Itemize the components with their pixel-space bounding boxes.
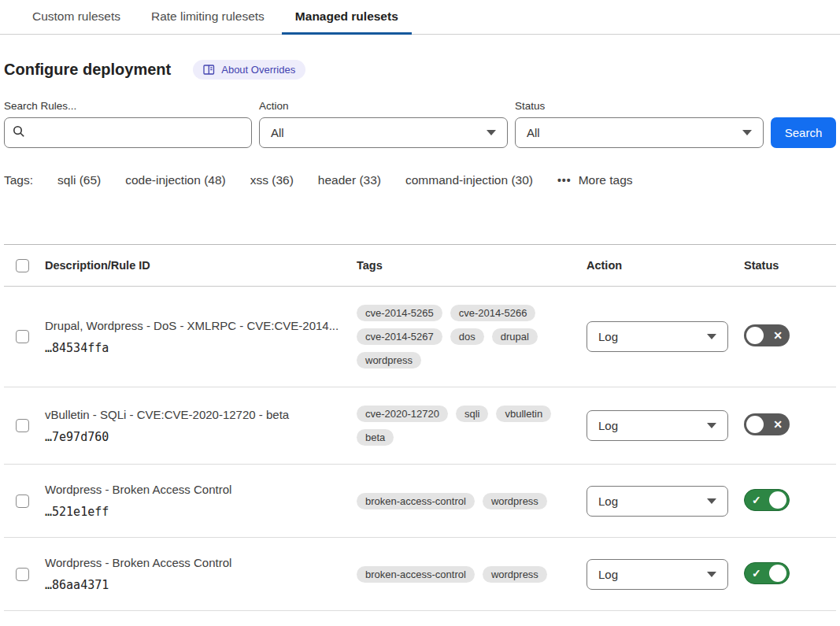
row-checkbox[interactable] <box>16 495 29 508</box>
tags-bar-label: Tags: <box>4 173 33 187</box>
action-filter-label: Action <box>259 100 508 112</box>
rule-id: …7e97d760 <box>45 430 357 444</box>
tag-filter-code-injection[interactable]: code-injection (48) <box>125 173 226 187</box>
tag-pill[interactable]: sqli <box>456 406 489 422</box>
toggle-knob <box>746 327 764 344</box>
tag-pill[interactable]: vbulletin <box>496 406 551 422</box>
page-title: Configure deployment <box>4 61 171 79</box>
row-checkbox[interactable] <box>16 568 29 581</box>
tag-pill[interactable]: cve-2014-5267 <box>357 328 442 345</box>
tag-pill[interactable]: wordpress <box>357 352 421 369</box>
about-overrides-badge[interactable]: About Overrides <box>193 60 305 80</box>
table-row: vBulletin - SQLi - CVE:CVE-2020-12720 - … <box>4 387 836 465</box>
x-icon: ✕ <box>773 329 783 342</box>
search-rules-label: Search Rules... <box>4 100 252 112</box>
caret-down-icon <box>707 423 716 428</box>
caret-down-icon <box>707 334 716 339</box>
check-icon: ✓ <box>752 494 761 506</box>
tag-pill[interactable]: broken-access-control <box>357 493 475 509</box>
status-filter-select[interactable]: All <box>515 117 764 148</box>
tab-custom-rulesets[interactable]: Custom rulesets <box>19 9 134 34</box>
status-filter-value: All <box>527 126 540 139</box>
search-icon <box>13 125 25 140</box>
status-filter-label: Status <box>515 100 764 112</box>
tag-pill[interactable]: cve-2014-5266 <box>450 305 536 321</box>
rule-description: Drupal, Wordpress - DoS - XMLRPC - CVE:C… <box>45 319 357 332</box>
rule-description: Wordpress - Broken Access Control <box>45 556 357 569</box>
caret-down-icon <box>707 498 716 504</box>
more-tags-button[interactable]: ••• More tags <box>557 173 633 187</box>
search-input-wrapper <box>4 117 252 148</box>
status-toggle[interactable]: ✓ ✕ <box>744 324 790 346</box>
row-action-select[interactable]: Log <box>587 559 728 590</box>
table-row: Wordpress - Broken Access Control …86aa4… <box>4 538 836 611</box>
rule-description: vBulletin - SQLi - CVE:CVE-2020-12720 - … <box>45 408 357 421</box>
status-toggle[interactable]: ✓ ✕ <box>744 562 790 584</box>
col-description: Description/Rule ID <box>45 259 357 272</box>
toggle-knob <box>746 416 764 433</box>
ellipsis-icon: ••• <box>557 174 572 187</box>
row-action-value: Log <box>598 495 618 508</box>
tag-pill[interactable]: drupal <box>492 328 538 345</box>
rule-description: Wordpress - Broken Access Control <box>45 483 357 496</box>
tag-filter-xss[interactable]: xss (36) <box>250 173 294 187</box>
table-header-row: Description/Rule ID Tags Action Status <box>4 245 836 287</box>
tag-pill[interactable]: broken-access-control <box>357 566 475 583</box>
tag-pill[interactable]: wordpress <box>483 493 547 509</box>
status-toggle[interactable]: ✓ ✕ <box>744 489 790 511</box>
tag-filter-command-injection[interactable]: command-injection (30) <box>405 173 533 187</box>
search-rules-input[interactable] <box>31 118 243 147</box>
rule-id: …521e1eff <box>45 505 357 519</box>
col-status: Status <box>744 259 836 272</box>
ruleset-tabbar: Custom rulesets Rate limiting rulesets M… <box>0 0 840 35</box>
tag-pill[interactable]: beta <box>357 429 394 446</box>
x-icon: ✕ <box>773 418 783 431</box>
rule-id: …86aa4371 <box>45 578 357 592</box>
tag-pill[interactable]: wordpress <box>483 566 547 583</box>
status-toggle[interactable]: ✓ ✕ <box>744 413 790 435</box>
rule-id: …84534ffa <box>45 341 357 355</box>
tag-pill[interactable]: dos <box>450 328 484 345</box>
select-all-checkbox[interactable] <box>16 259 29 272</box>
tab-managed-rulesets[interactable]: Managed rulesets <box>282 9 412 34</box>
tag-filter-header[interactable]: header (33) <box>318 173 381 187</box>
table-row: Drupal, Wordpress - DoS - XMLRPC - CVE:C… <box>4 287 836 387</box>
row-action-select[interactable]: Log <box>587 410 728 441</box>
caret-down-icon <box>707 572 716 577</box>
search-button[interactable]: Search <box>771 117 836 148</box>
row-action-value: Log <box>598 419 618 432</box>
check-icon: ✓ <box>752 567 761 580</box>
toggle-knob <box>769 491 786 509</box>
row-action-value: Log <box>598 568 618 581</box>
caret-down-icon <box>742 130 752 135</box>
col-action: Action <box>587 259 744 272</box>
caret-down-icon <box>487 130 496 135</box>
col-tags: Tags <box>357 259 587 272</box>
action-filter-select[interactable]: All <box>259 117 508 148</box>
toggle-knob <box>769 565 786 582</box>
about-overrides-label: About Overrides <box>221 64 295 76</box>
row-checkbox[interactable] <box>16 419 29 432</box>
book-icon <box>203 65 215 75</box>
row-checkbox[interactable] <box>16 330 29 343</box>
table-row: Wordpress - Broken Access Control …521e1… <box>4 465 836 538</box>
row-action-select[interactable]: Log <box>587 486 728 517</box>
tag-pill[interactable]: cve-2014-5265 <box>357 305 442 321</box>
row-action-value: Log <box>598 330 618 343</box>
action-filter-value: All <box>271 126 284 139</box>
tag-filter-sqli[interactable]: sqli (65) <box>57 173 101 187</box>
rules-table: Description/Rule ID Tags Action Status D… <box>4 244 836 611</box>
more-tags-label: More tags <box>579 173 633 187</box>
row-action-select[interactable]: Log <box>587 321 728 352</box>
tag-pill[interactable]: cve-2020-12720 <box>357 406 448 422</box>
tab-rate-limiting-rulesets[interactable]: Rate limiting rulesets <box>138 9 278 34</box>
